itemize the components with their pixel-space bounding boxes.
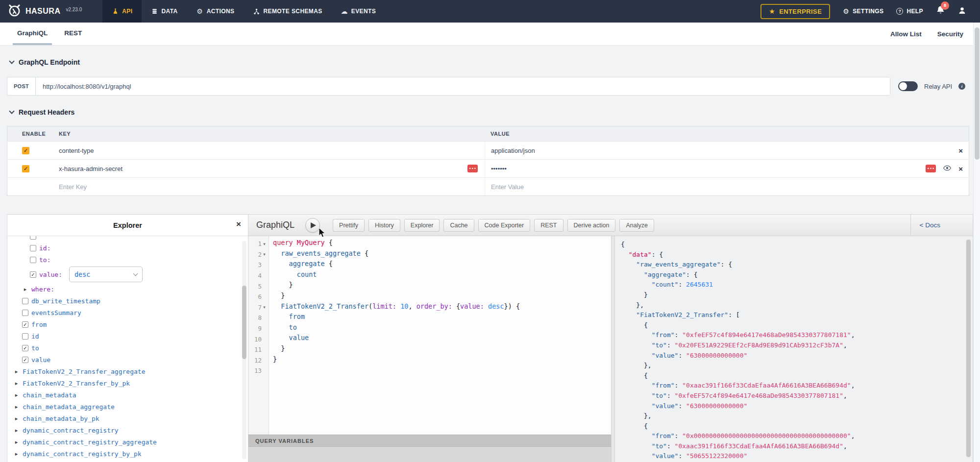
field-checkbox[interactable] (30, 245, 36, 251)
page-scrollbar-thumb[interactable] (975, 27, 980, 160)
expand-arrow-icon[interactable]: ▸ (13, 415, 20, 422)
expand-arrow-icon[interactable]: ▸ (13, 380, 20, 387)
expand-arrow-icon[interactable]: ▸ (13, 427, 20, 434)
explorer-item-where[interactable]: ▸where: (7, 283, 248, 295)
expand-arrow-icon[interactable]: ▸ (13, 451, 20, 457)
reveal-eye-icon[interactable] (943, 164, 951, 173)
token (452, 302, 456, 310)
endpoint-section-header[interactable]: GraphQL Endpoint (10, 58, 973, 66)
header-enabled-checkbox[interactable]: ✓ (22, 147, 29, 154)
explorer-item-dynamic-contract-registry[interactable]: ▸dynamic_contract_registry (7, 424, 248, 436)
query-editor[interactable]: 1▾2▾3▾4▾5▾6▾7▾8▾9▾10▾11▾12▾13▾ query MyQ… (248, 236, 611, 435)
field-checkbox[interactable]: ✓ (22, 345, 28, 351)
execute-query-button[interactable] (305, 218, 320, 233)
toolbar-button-prettify[interactable]: Prettify (333, 219, 365, 232)
explorer-item-dynamic-contract-registry-by-pk[interactable]: ▸dynamic_contract_registry_by_pk (7, 448, 248, 460)
explorer-item-to[interactable]: to: (7, 254, 248, 266)
link-allow-list[interactable]: Allow List (890, 30, 922, 38)
pane-resize-handle[interactable] (611, 236, 615, 462)
remove-header-icon[interactable]: × (958, 165, 963, 172)
explorer-item-dynamic-contract-registry-aggregate[interactable]: ▸dynamic_contract_registry_aggregate (7, 436, 248, 448)
explorer-item-fiattokenv2-2-transfer-by-pk[interactable]: ▸FiatTokenV2_2_Transfer_by_pk (7, 377, 248, 389)
field-checkbox[interactable]: ✓ (30, 271, 36, 278)
remove-header-icon[interactable]: × (958, 147, 963, 154)
field-checkbox[interactable] (30, 236, 36, 240)
field-checkbox[interactable] (22, 310, 28, 316)
key-cell[interactable]: x-hasura-admin-secret••• (52, 165, 485, 172)
query-variables-bar[interactable]: QUERY VARIABLES (248, 435, 611, 447)
settings-button[interactable]: ⚙ SETTINGS (843, 8, 883, 15)
nav-item-api[interactable]: API (102, 0, 142, 23)
tab-rest[interactable]: REST (60, 23, 86, 45)
value-cell[interactable]: application/json× (485, 142, 969, 159)
explorer-item-item[interactable] (7, 236, 248, 242)
explorer-item-to[interactable]: ✓to (7, 342, 248, 354)
explorer-item-chain-metadata-aggregate[interactable]: ▸chain_metadata_aggregate (7, 401, 248, 413)
response-scrollbar-thumb[interactable] (966, 240, 971, 457)
expand-arrow-icon[interactable]: ▸ (13, 404, 20, 410)
explorer-close-icon[interactable]: × (236, 219, 241, 229)
explorer-item-label: to: (39, 256, 50, 264)
endpoint-url-input[interactable] (36, 77, 890, 95)
link-security[interactable]: Security (937, 30, 963, 38)
fold-arrow-icon[interactable]: ▾ (262, 305, 267, 310)
fold-arrow-icon[interactable]: ▾ (262, 252, 267, 257)
user-menu-button[interactable] (958, 6, 966, 17)
relay-toggle[interactable] (898, 81, 918, 91)
expand-arrow-icon[interactable]: ▸ (13, 392, 20, 398)
nav-item-data[interactable]: DATA (142, 0, 187, 23)
help-button[interactable]: ? HELP (896, 8, 923, 15)
explorer-item-chain-metadata[interactable]: ▸chain_metadata (7, 389, 248, 401)
explorer-item-db-write-timestamp[interactable]: db_write_timestamp (7, 295, 248, 307)
fold-arrow-icon[interactable]: ▾ (262, 242, 267, 246)
token (273, 302, 281, 310)
explorer-item-label: from (31, 321, 47, 328)
token: { (621, 241, 625, 248)
token (273, 344, 281, 352)
order-direction-select[interactable]: desc (69, 267, 143, 282)
enterprise-button[interactable]: ★ ENTERPRISE (760, 4, 830, 19)
explorer-item-from[interactable]: ✓from (7, 318, 248, 330)
field-checkbox[interactable] (30, 257, 36, 263)
explorer-item-value[interactable]: ✓value (7, 354, 248, 365)
notifications-button[interactable]: 8 (936, 5, 945, 18)
explorer-item-fiattokenv2-2-transfer-aggregate[interactable]: ▸FiatTokenV2_2_Transfer_aggregate (7, 365, 248, 377)
info-icon[interactable]: i (958, 83, 965, 90)
toolbar-button-derive-action[interactable]: Derive action (567, 219, 616, 232)
toolbar-button-cache[interactable]: Cache (443, 219, 474, 232)
new-header-key-input[interactable] (52, 183, 435, 191)
explorer-item-chain-metadata-by-pk[interactable]: ▸chain_metadata_by_pk (7, 413, 248, 424)
tab-graphiql[interactable]: GraphiQL (13, 23, 52, 45)
field-checkbox[interactable]: ✓ (22, 321, 28, 328)
nav-item-remote-schemas[interactable]: REMOTE SCHEMAS (244, 0, 331, 23)
query-code[interactable]: query MyQuery { raw_events_aggregate { a… (269, 236, 611, 435)
expand-arrow-icon[interactable]: ▸ (13, 439, 20, 445)
field-checkbox[interactable] (22, 298, 28, 304)
explorer-item-id[interactable]: id: (7, 242, 248, 254)
key-cell[interactable]: content-type (52, 147, 485, 154)
value-cell[interactable]: ••••••••••× (485, 160, 969, 177)
explorer-scrollbar-thumb[interactable] (242, 286, 246, 359)
token: from (289, 313, 305, 320)
header-enabled-checkbox[interactable]: ✓ (22, 165, 29, 172)
nav-item-events[interactable]: ☁EVENTS (332, 0, 385, 23)
explorer-item-value[interactable]: ✓value:desc (7, 266, 248, 283)
expand-arrow-icon[interactable]: ▸ (22, 286, 28, 292)
new-header-value-input[interactable] (491, 183, 921, 191)
headers-section-header[interactable]: Request Headers (10, 108, 973, 116)
toolbar-button-analyze[interactable]: Analyze (619, 219, 654, 232)
explorer-item-id[interactable]: id (7, 330, 248, 342)
toolbar-button-explorer[interactable]: Explorer (404, 219, 440, 232)
query-variables-editor[interactable] (248, 447, 611, 462)
explorer-item-eventssummary[interactable]: eventsSummary (7, 307, 248, 318)
toolbar-button-history[interactable]: History (368, 219, 400, 232)
docs-link[interactable]: < Docs (910, 215, 949, 236)
toolbar-button-rest[interactable]: REST (534, 219, 563, 232)
header-row-x-hasura-admin-secret: ✓x-hasura-admin-secret•••••••••••••× (7, 159, 969, 177)
toolbar-button-code-exporter[interactable]: Code Exporter (478, 219, 531, 232)
token: "value" (652, 452, 679, 460)
field-checkbox[interactable] (22, 333, 28, 340)
field-checkbox[interactable]: ✓ (22, 357, 28, 363)
nav-item-actions[interactable]: ⚙ACTIONS (187, 0, 244, 23)
expand-arrow-icon[interactable]: ▸ (13, 368, 20, 375)
